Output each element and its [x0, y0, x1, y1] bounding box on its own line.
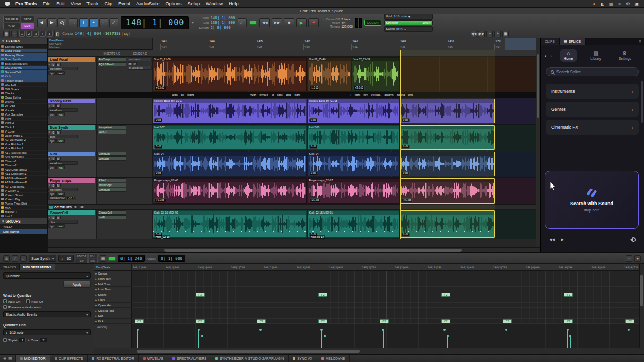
- midi-grid-counter[interactable]: 0| 1| 240: [118, 255, 145, 262]
- eucon-badge[interactable]: EUCON: [364, 20, 381, 26]
- track-name[interactable]: GrooveCell: [48, 210, 95, 215]
- panel-options-icon[interactable]: ▾: [634, 255, 641, 262]
- track-lane[interactable]: Finger snaps_02-40 +0.1 dB Finger snaps_…: [153, 178, 536, 204]
- target-icon[interactable]: ◎: [3, 255, 10, 262]
- search-with-sound-card[interactable]: Search with Sound drop here: [545, 171, 639, 229]
- bottom-tab[interactable]: MIDI EDITOR: [16, 355, 50, 362]
- sidebar-group-item[interactable]: End Harms: [0, 229, 47, 234]
- menubar-status-icon[interactable]: ▣: [634, 2, 639, 6]
- tab-splice[interactable]: ▦SPLICE: [560, 38, 586, 45]
- record-arm-button[interactable]: ●: [48, 157, 50, 161]
- midi-vertical-scrollbar[interactable]: [639, 264, 643, 348]
- horizontal-zoom-out-button[interactable]: −: [486, 31, 493, 37]
- trim-tool-icon[interactable]: ↔: [20, 255, 27, 262]
- track-lane[interactable]: Kick_04 0 dB Kick_04 0 dB: [153, 151, 536, 177]
- clip-gain-badge[interactable]: 0 dB: [309, 118, 317, 122]
- groove-strength-slider[interactable]: Strength100%: [384, 20, 433, 25]
- drum-row[interactable]: ▸ Snare: [94, 292, 131, 297]
- panel-scrollbar[interactable]: [641, 81, 643, 123]
- velocity-stem[interactable]: [202, 336, 202, 348]
- drum-row[interactable]: ▸ Mid Tom: [94, 281, 131, 287]
- disclosure-icon[interactable]: ▾: [2, 39, 4, 43]
- tuplet-a-field[interactable]: 3: [19, 338, 26, 342]
- velocity-stem[interactable]: [445, 330, 445, 348]
- sidebar-track-item[interactable]: Click 1: [0, 125, 47, 129]
- bottom-tab[interactable]: WAVELAB: [139, 355, 169, 362]
- play-button[interactable]: ▶: [296, 18, 307, 27]
- clip-gain-badge[interactable]: +0.1 dB: [309, 198, 321, 202]
- sidebar-track-item[interactable]: A3 DontWalk 2: [0, 138, 47, 142]
- splice-category[interactable]: Instruments ›: [546, 84, 639, 99]
- send-slot[interactable]: b vox delay: [128, 66, 152, 70]
- sidebar-track-item[interactable]: Chorus2: [0, 163, 47, 167]
- velocity-stem[interactable]: [383, 330, 384, 348]
- sidebar-track-item[interactable]: A11 EndHarm1: [0, 172, 47, 176]
- expand-icon[interactable]: ▸: [95, 272, 97, 275]
- selection-length[interactable]: 2| 0| 000: [211, 25, 231, 30]
- velocity-stem[interactable]: [325, 336, 325, 348]
- mute-button[interactable]: M: [56, 157, 61, 161]
- ruler-ticks[interactable]: 143144145146147148149150 4:244:264:284:3…: [153, 38, 536, 50]
- sidebar-track-item[interactable]: Kick: [0, 74, 47, 78]
- sidebar-track-item[interactable]: GrooveCell: [0, 70, 47, 74]
- sidebar-track-item[interactable]: Chorus1: [0, 159, 47, 163]
- volume-icon[interactable]: [628, 237, 636, 242]
- apple-menu-icon[interactable]: [5, 2, 10, 6]
- menu-item[interactable]: AudioSuite: [136, 1, 160, 6]
- record-arm-button[interactable]: ●: [48, 63, 50, 66]
- insert-slot[interactable]: Verb 2: [97, 130, 126, 134]
- sidebar-track-item[interactable]: Sample Drop: [0, 45, 47, 49]
- count-off-value[interactable]: 2 bars: [341, 17, 350, 21]
- sidebar-track-item[interactable]: A18 EndHarm2: [0, 176, 47, 180]
- audio-clip[interactable]: Vox.07_15-46 -1.0 dB: [308, 57, 351, 91]
- dyn-button[interactable]: dyn: [48, 224, 56, 228]
- record-arm-button[interactable]: ●: [48, 216, 50, 219]
- insert-slot[interactable]: KompktInst: [97, 125, 126, 129]
- velocity-stem[interactable]: [447, 336, 448, 348]
- scrubber-tool[interactable]: ≈: [99, 18, 108, 27]
- audio-clip[interactable]: Finger snaps_02-40 +0.1 dB: [153, 178, 307, 204]
- menubar-status-icon[interactable]: ◧: [600, 2, 604, 6]
- midi-note[interactable]: C2: [257, 319, 266, 323]
- menu-item[interactable]: Event: [118, 1, 130, 6]
- track-view-selector[interactable]: clips: [48, 220, 78, 224]
- menu-item[interactable]: Options: [165, 1, 181, 6]
- menu-item[interactable]: Clip: [104, 1, 112, 6]
- horizontal-zoom-in-button[interactable]: +: [494, 31, 501, 37]
- stop-button[interactable]: ■: [284, 18, 294, 27]
- menubar-status-icon[interactable]: ⚙: [626, 2, 630, 6]
- audio-clip[interactable]: Kick_04 0 dB: [153, 152, 307, 176]
- audio-clip[interactable]: 0 dB: [400, 152, 495, 176]
- timeline-ruler[interactable]: Bars|Beats Min:Secs Markers 143144145146…: [48, 38, 536, 50]
- bottom-tab[interactable]: CLIP EFFECTS: [50, 355, 88, 362]
- track-name[interactable]: Soar Synth: [48, 125, 95, 130]
- clip-gain-badge[interactable]: 0 dB: [402, 118, 410, 122]
- zoom-out-button[interactable]: ◀: [37, 18, 46, 27]
- sidebar-track-item[interactable]: V Love: [0, 129, 47, 134]
- sidebar-track-item[interactable]: V Verb Big: [0, 197, 47, 201]
- audio-clip[interactable]: Kick_04 0 dB: [308, 152, 399, 176]
- horizontal-scrollbar[interactable]: [48, 247, 540, 252]
- velocity-lane[interactable]: [132, 324, 639, 348]
- bottom-tab[interactable]: SYNC VX: [289, 355, 317, 362]
- sidebar-track-item[interactable]: Don't Walk 1: [0, 134, 47, 138]
- sidebar-track-item[interactable]: Vocals: [0, 108, 47, 112]
- previous-button[interactable]: ◀◀: [549, 237, 555, 242]
- selection-end[interactable]: 150| 1| 000: [211, 21, 235, 25]
- tempo-value[interactable]: 129.000: [341, 25, 353, 28]
- expand-icon[interactable]: ▸: [95, 320, 97, 323]
- edit-mode-button[interactable]: SHUFFLE: [3, 16, 20, 22]
- track-name[interactable]: Lead Vocal: [48, 57, 95, 62]
- bottom-tab[interactable]: RX SPECTRAL EDITOR: [88, 355, 138, 362]
- velocity-stem[interactable]: [321, 330, 322, 348]
- splice-category[interactable]: Genres ›: [546, 102, 639, 117]
- tuplet-b-field[interactable]: 2: [40, 338, 47, 342]
- midi-note-grid[interactable]: F2F2F2F2 C2C2C2C2C2C2C2C2C2: [132, 271, 639, 324]
- track-header[interactable]: Reecey Bass ●SM waveform dynread: [48, 98, 97, 124]
- velocity-stem[interactable]: [567, 330, 568, 348]
- drum-row[interactable]: ▸ Clap: [94, 297, 131, 303]
- track-name[interactable]: Kick: [48, 152, 95, 156]
- sidebar-track-item[interactable]: Beat Melody.cm: [0, 61, 47, 66]
- sidebar-track-item[interactable]: OC DRUMS: [0, 66, 47, 70]
- mute-button[interactable]: M: [56, 183, 61, 187]
